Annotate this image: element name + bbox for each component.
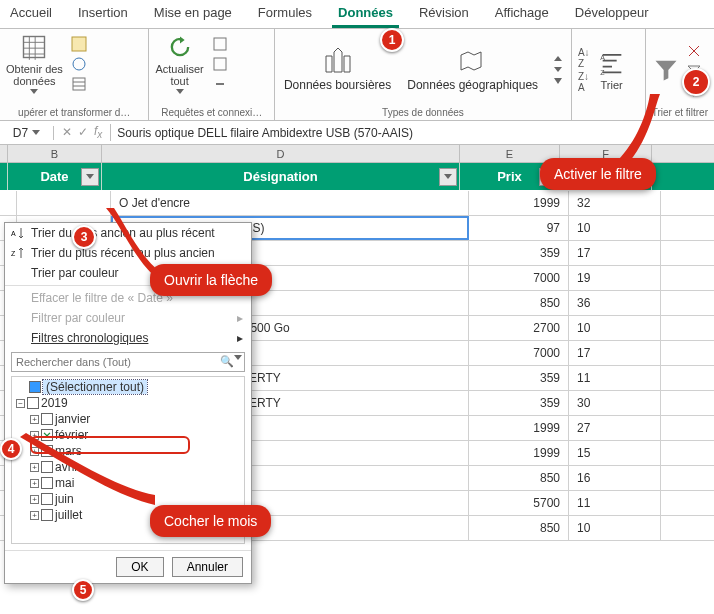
checkbox[interactable] <box>41 429 53 441</box>
ok-button[interactable]: OK <box>116 557 163 577</box>
tab-donnees[interactable]: Données <box>332 2 399 28</box>
cell-quantite[interactable]: 11 <box>569 366 661 390</box>
from-table-icon[interactable] <box>71 76 87 92</box>
checkbox[interactable] <box>41 509 53 521</box>
checkbox[interactable] <box>41 461 53 473</box>
cell-designation[interactable]: O Jet d'encre <box>111 191 469 215</box>
tree-label: février <box>55 428 88 442</box>
col-E[interactable]: E <box>460 145 560 162</box>
queries-icon[interactable] <box>212 36 228 52</box>
cancel-button[interactable]: Annuler <box>172 557 243 577</box>
expand-icon[interactable]: + <box>30 479 39 488</box>
cell-quantite[interactable]: 30 <box>569 391 661 415</box>
name-box[interactable]: D7 <box>0 126 54 140</box>
from-text-icon[interactable] <box>71 36 87 52</box>
tab-insertion[interactable]: Insertion <box>72 2 134 28</box>
expand-icon[interactable]: + <box>30 463 39 472</box>
col-D[interactable]: D <box>102 145 460 162</box>
tab-formules[interactable]: Formules <box>252 2 318 28</box>
expand-icon[interactable] <box>554 78 562 84</box>
scroll-down-icon[interactable] <box>554 67 562 72</box>
cell-prix[interactable]: 97 <box>469 216 569 240</box>
expand-icon[interactable]: + <box>30 495 39 504</box>
cell-prix[interactable]: 2700 <box>469 316 569 340</box>
cell-prix[interactable]: 5700 <box>469 491 569 515</box>
header-date: Date <box>8 163 102 190</box>
filter-dropdown-date[interactable] <box>81 168 99 186</box>
cell-prix[interactable]: 1999 <box>469 441 569 465</box>
select-all-corner[interactable] <box>0 145 8 162</box>
properties-icon[interactable] <box>212 56 228 72</box>
tab-developpeur[interactable]: Développeur <box>569 2 655 28</box>
cell-prix[interactable]: 7000 <box>469 266 569 290</box>
filter-dropdown-designation[interactable] <box>439 168 457 186</box>
cell-quantite[interactable]: 11 <box>569 491 661 515</box>
group2-label: Requêtes et connexi… <box>155 107 268 118</box>
tab-accueil[interactable]: Accueil <box>4 2 58 28</box>
callout-activer-filtre: Activer le filtre <box>540 158 656 190</box>
cell-quantite[interactable]: 10 <box>569 316 661 340</box>
cell-quantite[interactable]: 32 <box>569 191 661 215</box>
sort-button[interactable]: AZ Trier <box>598 49 626 91</box>
cancel-icon[interactable]: ✕ <box>62 125 72 139</box>
get-data-button[interactable]: Obtenir des données <box>6 33 63 94</box>
sort-label: Trier <box>600 79 622 91</box>
cell-quantite[interactable]: 15 <box>569 441 661 465</box>
checkbox[interactable] <box>29 381 41 393</box>
filter-search-input[interactable] <box>14 355 220 369</box>
filter-button[interactable] <box>652 56 680 84</box>
cell-prix[interactable]: 359 <box>469 366 569 390</box>
cell-prix[interactable]: 850 <box>469 466 569 490</box>
checkbox[interactable] <box>41 413 53 425</box>
links-icon[interactable] <box>212 76 228 92</box>
cell-quantite[interactable]: 27 <box>569 416 661 440</box>
cell-quantite[interactable]: 10 <box>569 516 661 540</box>
expand-icon[interactable]: + <box>30 415 39 424</box>
checkbox[interactable] <box>41 477 53 489</box>
tree-label: janvier <box>55 412 90 426</box>
cell-prix[interactable]: 850 <box>469 516 569 540</box>
chevron-down-icon <box>234 355 242 360</box>
from-web-icon[interactable] <box>71 56 87 72</box>
cell-prix[interactable]: 359 <box>469 241 569 265</box>
sort-az-icon[interactable]: A↓Z <box>578 47 590 69</box>
refresh-all-button[interactable]: Actualiser tout <box>155 33 203 94</box>
cell-prix[interactable]: 7000 <box>469 341 569 365</box>
chevron-down-icon <box>32 130 40 135</box>
cell-quantite[interactable]: 17 <box>569 241 661 265</box>
tree-item[interactable]: −2019 <box>16 395 240 411</box>
clear-filter-icon[interactable] <box>686 43 702 59</box>
filter-search[interactable]: 🔍 <box>11 352 245 372</box>
checkbox[interactable] <box>41 493 53 505</box>
cell-quantite[interactable]: 10 <box>569 216 661 240</box>
sort-za-icon[interactable]: Z↓A <box>578 71 590 93</box>
header-designation: Désignation <box>102 163 460 190</box>
cell-prix[interactable]: 1999 <box>469 191 569 215</box>
stocks-datatype-button[interactable]: Données boursières <box>284 48 391 92</box>
svg-rect-4 <box>214 38 226 50</box>
cell-quantite[interactable]: 16 <box>569 466 661 490</box>
fx-icon[interactable]: fx <box>94 124 102 140</box>
checkbox[interactable] <box>27 397 39 409</box>
cell-prix[interactable]: 1999 <box>469 416 569 440</box>
chrono-filters-item[interactable]: Filtres chronologiques▸ <box>5 328 251 348</box>
tab-affichage[interactable]: Affichage <box>489 2 555 28</box>
expand-icon[interactable]: + <box>30 447 39 456</box>
cell-prix[interactable]: 359 <box>469 391 569 415</box>
tab-revision[interactable]: Révision <box>413 2 475 28</box>
tab-mise-en-page[interactable]: Mise en page <box>148 2 238 28</box>
expand-icon[interactable]: + <box>30 511 39 520</box>
scroll-up-icon[interactable] <box>554 56 562 61</box>
col-B[interactable]: B <box>8 145 102 162</box>
tree-item[interactable]: +février <box>16 427 240 443</box>
collapse-icon[interactable]: − <box>16 399 25 408</box>
geography-datatype-button[interactable]: Données géographiques <box>407 48 538 92</box>
tree-item[interactable]: (Sélectionner tout) <box>16 379 240 395</box>
cell-prix[interactable]: 850 <box>469 291 569 315</box>
cell-quantite[interactable]: 36 <box>569 291 661 315</box>
table-row[interactable]: O Jet d'encre199932 <box>0 191 714 216</box>
tree-item[interactable]: +janvier <box>16 411 240 427</box>
confirm-icon[interactable]: ✓ <box>78 125 88 139</box>
cell-quantite[interactable]: 19 <box>569 266 661 290</box>
cell-quantite[interactable]: 17 <box>569 341 661 365</box>
